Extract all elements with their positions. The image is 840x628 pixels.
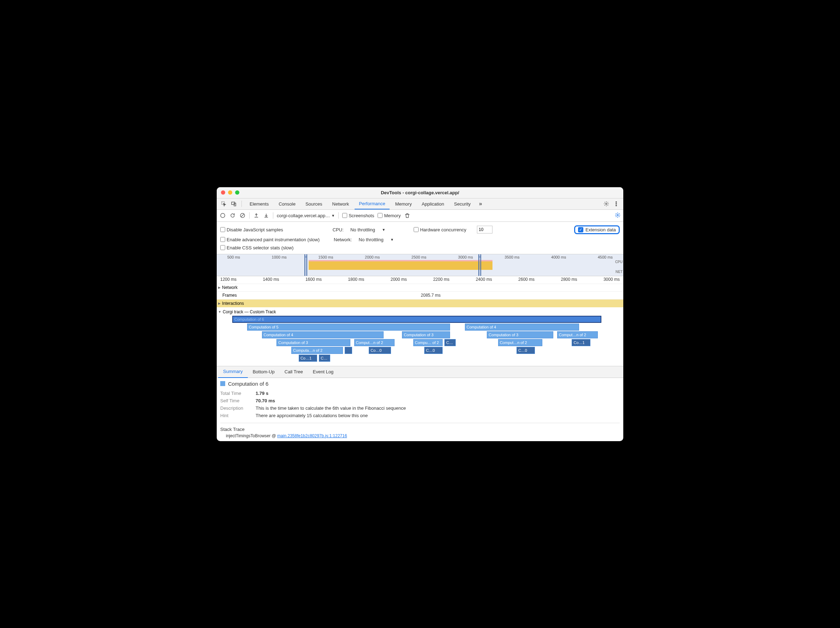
flame-bar[interactable]: Co…0 xyxy=(369,347,391,354)
flame-bar[interactable]: Computa…n of 2 xyxy=(291,347,343,354)
tab-performance[interactable]: Performance xyxy=(355,198,389,209)
dtab-calltree[interactable]: Call Tree xyxy=(279,366,308,378)
stack-source-link[interactable]: main.2358fe1b2c80297b.js:1:122716 xyxy=(277,433,347,438)
network-track-header[interactable]: ▶Network xyxy=(217,284,623,292)
tab-elements[interactable]: Elements xyxy=(245,198,273,209)
flame-bar[interactable]: Comput…n of 2 xyxy=(354,339,395,346)
devtools-window: DevTools - corgi-collage.vercel.app/ Ele… xyxy=(217,187,623,441)
cpu-throttle-select[interactable]: CPU: No throttling ▼ xyxy=(333,227,386,232)
titlebar: DevTools - corgi-collage.vercel.app/ xyxy=(217,187,623,198)
close-button[interactable] xyxy=(221,190,225,195)
stack-trace-title: Stack Trace xyxy=(220,427,620,432)
frames-track[interactable]: Frames2085.7 ms xyxy=(217,292,623,299)
window-title: DevTools - corgi-collage.vercel.app/ xyxy=(381,190,459,195)
tab-application[interactable]: Application xyxy=(417,198,448,209)
download-icon[interactable] xyxy=(263,212,269,219)
reload-record-button[interactable] xyxy=(229,212,236,219)
flame-bar[interactable]: Computation of 3 xyxy=(402,331,450,338)
svg-point-6 xyxy=(616,205,617,206)
advanced-paint-checkbox[interactable]: Enable advanced paint instrumentation (s… xyxy=(220,237,320,242)
flame-bar[interactable]: Co…1 xyxy=(299,355,317,362)
custom-track-header[interactable]: ▼Corgi track — Custom Track xyxy=(217,308,623,316)
flame-bar[interactable] xyxy=(345,347,352,354)
summary-title: Computation of 6 xyxy=(228,381,268,387)
record-button[interactable] xyxy=(219,212,226,219)
stack-frame: injectTimingsToBrowser @ main.2358fe1b2c… xyxy=(220,432,620,438)
kebab-menu-icon[interactable] xyxy=(612,200,621,208)
summary-panel: Computation of 6 Total Time1.79 s Self T… xyxy=(217,378,623,441)
flame-bar[interactable]: Computation of 4 xyxy=(465,324,579,331)
tab-sources[interactable]: Sources xyxy=(301,198,327,209)
traffic-lights xyxy=(221,190,239,195)
hw-concurrency[interactable]: Hardware concurrency xyxy=(414,227,466,232)
svg-point-5 xyxy=(616,203,617,204)
detail-ruler: 1200 ms1400 ms1600 ms1800 ms2000 ms2200 … xyxy=(217,276,623,284)
dtab-eventlog[interactable]: Event Log xyxy=(308,366,339,378)
flame-bar[interactable]: Computation of 4 xyxy=(262,331,384,338)
svg-point-4 xyxy=(616,201,617,202)
flame-chart[interactable]: Computation of 6Computation of 5Computat… xyxy=(232,316,602,365)
settings-gear-icon[interactable] xyxy=(602,200,611,208)
flame-bar[interactable]: Computation of 3 xyxy=(276,339,351,346)
network-throttle-select[interactable]: Network: No throttling ▼ xyxy=(334,237,394,242)
hw-concurrency-input[interactable] xyxy=(477,226,493,233)
gc-icon[interactable] xyxy=(404,212,411,219)
svg-point-7 xyxy=(221,213,225,217)
css-stats-checkbox[interactable]: Enable CSS selector stats (slow) xyxy=(220,245,294,250)
tab-memory[interactable]: Memory xyxy=(391,198,416,209)
minimize-button[interactable] xyxy=(228,190,232,195)
interactions-track[interactable]: ▶Interactions xyxy=(217,299,623,307)
inspect-icon[interactable] xyxy=(219,200,228,208)
flame-bar[interactable]: Compu… of 2 xyxy=(413,339,443,346)
detail-tabs: Summary Bottom-Up Call Tree Event Log xyxy=(217,366,623,378)
flame-bar[interactable]: Comput…n of 2 xyxy=(498,339,542,346)
flame-bar[interactable]: Computation of 5 xyxy=(247,324,450,331)
tab-network[interactable]: Network xyxy=(328,198,354,209)
tracks-area: ▶Network Frames2085.7 ms ▶Interactions ▼… xyxy=(217,284,623,366)
overview-timeline[interactable]: 500 ms1000 ms1500 ms2000 ms2500 ms3000 m… xyxy=(217,254,623,276)
perf-toolbar: corgi-collage.vercel.app…▼ Screenshots M… xyxy=(217,210,623,222)
memory-checkbox[interactable]: Memory xyxy=(377,213,401,218)
flame-bar[interactable]: Computation of 6 xyxy=(232,316,602,323)
tab-security[interactable]: Security xyxy=(450,198,475,209)
device-icon[interactable] xyxy=(229,200,238,208)
dtab-bottomup[interactable]: Bottom-Up xyxy=(248,366,279,378)
maximize-button[interactable] xyxy=(235,190,239,195)
svg-point-3 xyxy=(606,203,607,205)
main-tabs: Elements Console Sources Network Perform… xyxy=(217,198,623,210)
flame-bar[interactable]: C…0 xyxy=(424,347,443,354)
range-handle-right[interactable]: ≡ xyxy=(478,254,481,276)
clear-button[interactable] xyxy=(239,212,246,219)
flame-bar[interactable]: C… xyxy=(444,339,455,346)
dtab-summary[interactable]: Summary xyxy=(218,366,248,378)
flame-bar[interactable]: Comput…n of 2 xyxy=(557,331,598,338)
screenshots-checkbox[interactable]: Screenshots xyxy=(342,213,374,218)
flame-bar[interactable]: C…0 xyxy=(516,347,535,354)
svg-point-9 xyxy=(617,214,618,216)
tab-console[interactable]: Console xyxy=(274,198,300,209)
range-handle-left[interactable]: ≡ xyxy=(305,254,307,276)
extension-data-checkbox[interactable]: ✓Extension data xyxy=(574,225,620,234)
flame-bar[interactable]: C… xyxy=(319,355,330,362)
trace-selector[interactable]: corgi-collage.vercel.app…▼ xyxy=(277,213,335,218)
capture-settings-gear-icon[interactable] xyxy=(615,212,621,219)
capture-settings: Disable JavaScript samples CPU: No throt… xyxy=(217,222,623,254)
upload-icon[interactable] xyxy=(253,212,259,219)
disable-js-checkbox[interactable]: Disable JavaScript samples xyxy=(220,227,283,232)
flame-bar[interactable]: Computation of 3 xyxy=(487,331,553,338)
flame-bar[interactable]: Co…1 xyxy=(572,339,590,346)
more-tabs-icon[interactable]: » xyxy=(476,200,485,208)
summary-swatch xyxy=(220,381,225,386)
